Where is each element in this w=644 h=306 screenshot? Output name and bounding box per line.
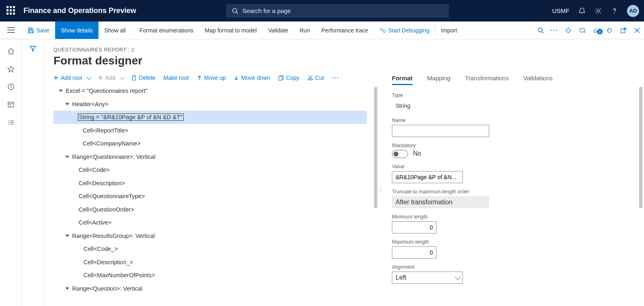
svg-rect-29: [279, 76, 282, 80]
move-down-button[interactable]: Move down: [234, 75, 270, 81]
svg-point-8: [383, 30, 385, 32]
tree-row[interactable]: Cell<Active>: [53, 216, 367, 229]
bell-icon[interactable]: [578, 7, 586, 15]
main: QUESTIONNAIRES REPORT : 2 Format designe…: [44, 39, 644, 306]
more-tree-actions[interactable]: ···: [332, 75, 339, 81]
tree-row[interactable]: Range<Questionnaire>: Vertical: [53, 150, 367, 164]
tree-row[interactable]: Header<Any>: [53, 98, 367, 111]
filter-column: [22, 39, 44, 306]
twisty-icon[interactable]: [63, 287, 71, 290]
tree-row[interactable]: Cell<ReportTitle>: [53, 124, 367, 137]
make-root-button[interactable]: Make root: [163, 75, 188, 81]
company-code[interactable]: USMF: [552, 7, 570, 14]
copy-button[interactable]: Copy: [278, 75, 300, 81]
tree-scrollbar[interactable]: [374, 87, 377, 208]
refresh-icon[interactable]: [603, 27, 616, 34]
more-actions-icon[interactable]: ···: [548, 27, 561, 34]
left-rail: [0, 39, 22, 306]
tree-row[interactable]: Cell<QuestionOrder>: [53, 203, 367, 216]
svg-point-3: [614, 13, 615, 13]
svg-point-23: [9, 124, 9, 124]
trash-icon: [131, 75, 137, 81]
search-box[interactable]: Search for a page: [226, 4, 449, 18]
twisty-icon[interactable]: [63, 156, 71, 158]
start-debugging-button[interactable]: Start Debugging: [374, 21, 435, 39]
mandatory-toggle[interactable]: [392, 150, 408, 158]
help-icon[interactable]: [611, 7, 618, 15]
splitter-handle[interactable]: [377, 75, 385, 304]
map-format-button[interactable]: Map format to model: [199, 21, 262, 39]
run-button[interactable]: Run: [294, 21, 316, 39]
workspaces-icon[interactable]: [7, 101, 15, 108]
tree-row[interactable]: Range<ResultsGroup>: Vertical: [53, 229, 367, 243]
svg-line-1: [236, 12, 238, 14]
avatar[interactable]: AD: [627, 5, 639, 17]
twisty-icon[interactable]: [63, 235, 71, 237]
show-all-button[interactable]: Show all: [98, 21, 134, 39]
attachments-icon[interactable]: [589, 27, 603, 34]
name-input[interactable]: [392, 125, 489, 137]
validate-button[interactable]: Validate: [263, 21, 294, 39]
value-input[interactable]: [392, 171, 463, 183]
home-icon[interactable]: [7, 47, 15, 55]
find-icon[interactable]: [534, 27, 548, 34]
trunc-value[interactable]: After transformation: [392, 196, 489, 208]
tree-row[interactable]: Range<Question>: Vertical: [53, 282, 367, 295]
tree-node-label: Cell<Active>: [78, 219, 112, 226]
tree-row[interactable]: Cell<MaxNumberOfPoints>: [53, 269, 367, 282]
star-icon[interactable]: [7, 65, 15, 73]
modules-icon[interactable]: [7, 119, 15, 126]
svg-line-9: [382, 30, 383, 31]
maxlen-input[interactable]: [392, 246, 436, 259]
tree-toolbar: Add root Add Delete Make root Move up Mo…: [53, 75, 374, 81]
properties-scrollbar[interactable]: [639, 87, 642, 208]
tab-validations[interactable]: Validations: [523, 75, 552, 85]
debug-icon: [379, 27, 386, 34]
cut-button[interactable]: Cut: [308, 75, 324, 81]
page-title: Format designer: [53, 54, 644, 67]
tree-row[interactable]: Cell<Code_>: [53, 242, 367, 256]
format-tree[interactable]: Excel = "Questionnaires report"Header<An…: [53, 84, 374, 295]
save-button[interactable]: Save: [22, 21, 55, 39]
perf-trace-button[interactable]: Performance trace: [316, 21, 374, 39]
tree-pane: Add root Add Delete Make root Move up Mo…: [53, 75, 377, 304]
tree-row[interactable]: Cell<Description>: [53, 177, 367, 190]
popout-icon[interactable]: [616, 27, 630, 34]
format-enumerations-button[interactable]: Format enumerations: [134, 21, 199, 39]
delete-button[interactable]: Delete: [131, 75, 155, 81]
tree-node-label: Range<Question>: Vertical: [71, 285, 143, 292]
tree-node-label: Cell<ReportTitle>: [82, 127, 129, 134]
tree-row[interactable]: Cell<Description_>: [53, 256, 367, 269]
chevron-down-icon: [118, 75, 123, 81]
filter-icon[interactable]: [29, 45, 36, 306]
gear-icon[interactable]: [595, 7, 602, 15]
minlen-input[interactable]: [392, 221, 436, 233]
tree-row[interactable]: Excel = "Questionnaires report": [53, 84, 367, 98]
show-details-button[interactable]: Show details: [55, 21, 98, 39]
app-launcher-icon[interactable]: [6, 6, 16, 16]
diamond-icon[interactable]: [561, 27, 575, 34]
twisty-icon[interactable]: [57, 90, 65, 92]
tree-row[interactable]: Cell<CompanyName>: [53, 137, 367, 150]
tab-mapping[interactable]: Mapping: [427, 75, 451, 85]
tree-row[interactable]: String = "&R&10Page &P of &N &D &T": [53, 111, 367, 124]
tree-node-label: Range<Questionnaire>: Vertical: [71, 154, 156, 160]
type-label: Type: [392, 92, 632, 98]
tree-row[interactable]: Cell<QuestionnaireType>: [53, 190, 367, 203]
add-root-button[interactable]: Add root: [53, 75, 90, 81]
svg-rect-16: [8, 102, 14, 107]
move-up-button[interactable]: Move up: [197, 75, 226, 81]
align-dropdown[interactable]: Left: [392, 272, 463, 284]
map-icon[interactable]: [575, 27, 589, 34]
svg-point-21: [9, 122, 9, 123]
hamburger-icon[interactable]: [0, 21, 22, 39]
recent-icon[interactable]: [7, 83, 15, 90]
tab-format[interactable]: Format: [392, 75, 413, 85]
breadcrumb: QUESTIONNAIRES REPORT : 2: [53, 47, 644, 53]
plus-icon: [53, 75, 58, 80]
tree-row[interactable]: Cell<Code>: [53, 163, 367, 177]
close-icon[interactable]: [630, 28, 644, 33]
twisty-icon[interactable]: [63, 103, 71, 105]
tab-transformations[interactable]: Transformations: [465, 75, 509, 85]
import-button[interactable]: Import: [435, 21, 463, 39]
